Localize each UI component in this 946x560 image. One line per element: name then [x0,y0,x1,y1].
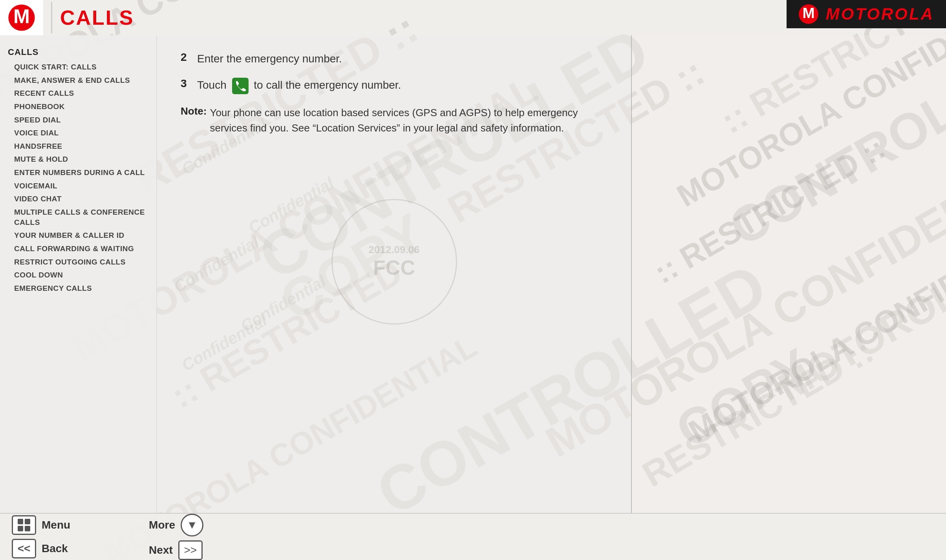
motorola-brand-bar: M MOTOROLA [787,0,946,28]
sidebar-item-handsfree[interactable]: HANDSFREE [8,140,156,153]
motorola-logo: M [8,4,35,31]
fcc-label: FCC [373,256,415,279]
step-3-row: 3 Touch to call the emergency number. [181,77,607,94]
sidebar-item-quick-start[interactable]: QUICK START: CALLS [8,60,156,74]
step-3-after-icon: to call the emergency number. [254,79,401,91]
right-watermark-3: MOTOROLA CONFIDENTIAL [683,206,946,450]
sidebar-item-mute-hold[interactable]: MUTE & HOLD [8,153,156,166]
menu-icon-box [12,515,36,535]
menu-button[interactable]: Menu [12,515,70,535]
next-label: Next [149,544,173,556]
sidebar-item-recent-calls[interactable]: RECENT CALLS [8,87,156,100]
more-icon-circle: ▼ [181,514,203,536]
svg-text:M: M [802,5,814,21]
step-2-text: Enter the emergency number. [197,51,342,66]
header-divider [51,2,52,33]
sidebar-item-caller-id[interactable]: YOUR NUMBER & CALLER ID [8,229,156,242]
sidebar-item-make-answer[interactable]: MAKE, ANSWER & END CALLS [8,74,156,87]
phone-call-icon [232,78,249,94]
right-decorative-area: MOTOROLA CONFIDENTIAL :: RESTRICTED :: M… [632,35,946,513]
motorola-brand-logo: M [798,4,819,24]
sidebar-item-restrict-calls[interactable]: RESTRICT OUTGOING CALLS [8,255,156,269]
next-icon-box: >> [178,540,203,560]
fcc-date: 2012.09.06 [368,244,419,256]
header: M CALLS M MOTOROLA [0,0,946,35]
next-button[interactable]: Next >> [149,540,203,560]
note-text: Your phone can use location based servic… [210,105,607,136]
touch-word: Touch [197,79,227,91]
sidebar-item-enter-numbers[interactable]: ENTER NUMBERS DURING A CALL [8,166,156,179]
sidebar-item-phonebook[interactable]: PHONEBOOK [8,100,156,113]
sidebar: CALLS QUICK START: CALLS MAKE, ANSWER & … [0,35,157,513]
step-2-number: 2 [181,51,192,64]
nav-right-group: More ▼ Next >> [149,514,203,560]
content-area: 2012.09.06 FCC 2 Enter the emergency num… [157,35,632,513]
fcc-stamp: 2012.09.06 FCC [331,199,457,325]
page-title: CALLS [60,6,134,29]
step-3-text: Touch to call the emergency number. [197,77,401,94]
right-watermark-2: :: RESTRICTED :: [648,130,891,291]
more-button[interactable]: More ▼ [149,514,203,536]
step-2-row: 2 Enter the emergency number. [181,51,607,66]
grid-icon [18,519,30,531]
more-label: More [149,519,175,531]
sidebar-item-voice-dial[interactable]: VOICE DIAL [8,126,156,140]
svg-text:M: M [13,5,30,27]
grid-cell-1 [18,519,23,524]
chevron-down-icon: ▼ [187,519,198,531]
step-3-number: 3 [181,77,192,90]
note-row: Note: Your phone can use location based … [181,105,607,136]
right-watermark-copy: COPY [666,337,821,460]
right-watermark-controlled: CONTROLLED [719,29,946,257]
back-icon-box: << [12,539,36,558]
sidebar-item-voicemail[interactable]: VOICEMAIL [8,179,156,193]
grid-cell-4 [25,526,30,531]
bottom-navigation: Menu << Back More ▼ Next >> [0,513,946,560]
main-layout: CALLS QUICK START: CALLS MAKE, ANSWER & … [0,35,946,513]
chevron-right-icon: >> [184,544,197,556]
sidebar-item-speed-dial[interactable]: SPEED DIAL [8,113,156,127]
brand-text: MOTOROLA [826,5,934,24]
sidebar-item-cool-down[interactable]: COOL DOWN [8,268,156,282]
back-button[interactable]: << Back [12,539,70,558]
sidebar-item-multiple-calls[interactable]: MULTIPLE CALLS & CONFERENCE CALLS [8,206,156,229]
menu-label: Menu [42,519,70,531]
chevron-left-icon: << [18,542,31,555]
sidebar-item-video-chat[interactable]: VIDEO CHAT [8,192,156,206]
note-label: Note: [181,105,207,117]
grid-cell-2 [25,519,30,524]
sidebar-item-emergency-calls[interactable]: EMERGENCY CALLS [8,282,156,295]
grid-cell-3 [18,526,23,531]
nav-left-group: Menu << Back [12,515,70,558]
sidebar-item-call-forwarding[interactable]: CALL FORWARDING & WAITING [8,242,156,255]
back-label: Back [42,542,68,555]
sidebar-title: CALLS [8,47,156,57]
logo-area: M [0,0,43,35]
